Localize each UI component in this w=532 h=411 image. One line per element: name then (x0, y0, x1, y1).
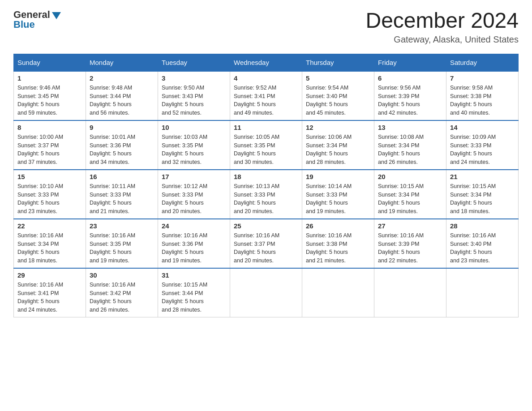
daylight-minutes-text: and 18 minutes. (17, 257, 57, 264)
day-number: 5 (306, 74, 370, 82)
day-number: 2 (90, 74, 154, 82)
day-number: 1 (17, 74, 82, 82)
sunset-text: Sunset: 3:35 PM (162, 142, 203, 149)
calendar-day-cell (446, 268, 519, 317)
sunrise-text: Sunrise: 10:09 AM (450, 134, 496, 140)
sunset-text: Sunset: 3:41 PM (17, 290, 59, 296)
sunrise-text: Sunrise: 10:06 AM (306, 134, 352, 140)
day-number: 28 (450, 222, 515, 230)
daylight-text: Daylight: 5 hours (17, 298, 60, 304)
sunrise-text: Sunrise: 10:16 AM (17, 232, 63, 239)
daylight-text: Daylight: 5 hours (90, 298, 132, 304)
day-info: Sunrise: 10:16 AM Sunset: 3:42 PM Daylig… (90, 281, 154, 314)
day-info: Sunrise: 9:58 AM Sunset: 3:38 PM Dayligh… (450, 84, 515, 117)
daylight-minutes-text: and 19 minutes. (90, 257, 129, 264)
day-number: 29 (17, 271, 82, 279)
sunrise-text: Sunrise: 10:11 AM (90, 183, 135, 189)
daylight-minutes-text: and 24 minutes. (17, 307, 57, 313)
daylight-minutes-text: and 26 minutes. (90, 307, 129, 313)
calendar-day-cell: 9 Sunrise: 10:01 AM Sunset: 3:36 PM Dayl… (86, 120, 158, 170)
day-number: 24 (162, 222, 226, 230)
day-number: 6 (378, 74, 442, 82)
calendar-day-cell: 27 Sunrise: 10:16 AM Sunset: 3:39 PM Day… (374, 219, 446, 268)
day-number: 19 (306, 173, 370, 180)
sunrise-text: Sunrise: 10:08 AM (378, 134, 424, 140)
sunrise-text: Sunrise: 10:16 AM (234, 232, 279, 239)
day-info: Sunrise: 10:16 AM Sunset: 3:38 PM Daylig… (306, 231, 370, 265)
calendar-day-cell: 18 Sunrise: 10:13 AM Sunset: 3:33 PM Day… (230, 170, 302, 219)
daylight-text: Daylight: 5 hours (234, 200, 276, 206)
sunrise-text: Sunrise: 9:50 AM (162, 85, 204, 91)
daylight-minutes-text: and 23 minutes. (450, 257, 490, 264)
daylight-minutes-text: and 37 minutes. (17, 159, 57, 165)
day-info: Sunrise: 10:08 AM Sunset: 3:34 PM Daylig… (378, 133, 442, 167)
day-info: Sunrise: 10:09 AM Sunset: 3:33 PM Daylig… (450, 133, 515, 167)
daylight-minutes-text: and 19 minutes. (306, 208, 346, 214)
sunset-text: Sunset: 3:33 PM (450, 142, 491, 149)
sunset-text: Sunset: 3:35 PM (90, 241, 131, 247)
calendar-day-cell: 6 Sunrise: 9:56 AM Sunset: 3:39 PM Dayli… (374, 71, 446, 120)
daylight-text: Daylight: 5 hours (450, 150, 492, 157)
daylight-text: Daylight: 5 hours (17, 101, 60, 107)
sunrise-text: Sunrise: 10:16 AM (162, 232, 207, 239)
calendar-day-cell: 3 Sunrise: 9:50 AM Sunset: 3:43 PM Dayli… (158, 71, 230, 120)
sunset-text: Sunset: 3:41 PM (234, 93, 275, 99)
sunset-text: Sunset: 3:33 PM (234, 192, 275, 198)
sunrise-text: Sunrise: 10:15 AM (162, 282, 207, 288)
day-info: Sunrise: 10:12 AM Sunset: 3:33 PM Daylig… (162, 182, 226, 216)
daylight-text: Daylight: 5 hours (162, 200, 204, 206)
sunrise-text: Sunrise: 9:54 AM (306, 85, 348, 91)
calendar-week-row: 1 Sunrise: 9:46 AM Sunset: 3:45 PM Dayli… (14, 71, 519, 120)
sunset-text: Sunset: 3:45 PM (17, 93, 59, 99)
calendar-day-cell: 8 Sunrise: 10:00 AM Sunset: 3:37 PM Dayl… (14, 120, 86, 170)
daylight-minutes-text: and 19 minutes. (378, 208, 418, 214)
sunrise-text: Sunrise: 10:16 AM (17, 282, 63, 288)
day-info: Sunrise: 9:50 AM Sunset: 3:43 PM Dayligh… (162, 84, 226, 117)
daylight-text: Daylight: 5 hours (162, 298, 204, 304)
sunset-text: Sunset: 3:40 PM (306, 93, 347, 99)
calendar-day-cell: 30 Sunrise: 10:16 AM Sunset: 3:42 PM Day… (86, 268, 158, 317)
sunset-text: Sunset: 3:37 PM (17, 142, 59, 149)
daylight-minutes-text: and 40 minutes. (450, 110, 490, 116)
day-number: 4 (234, 74, 298, 82)
daylight-minutes-text: and 56 minutes. (90, 110, 129, 116)
calendar-day-header: Thursday (302, 54, 374, 71)
calendar-day-cell: 29 Sunrise: 10:16 AM Sunset: 3:41 PM Day… (14, 268, 86, 317)
day-number: 8 (17, 124, 82, 131)
sunrise-text: Sunrise: 10:00 AM (17, 134, 63, 140)
sunset-text: Sunset: 3:34 PM (378, 142, 419, 149)
daylight-minutes-text: and 19 minutes. (162, 257, 202, 264)
sunrise-text: Sunrise: 9:58 AM (450, 85, 493, 91)
day-number: 26 (306, 222, 370, 230)
daylight-text: Daylight: 5 hours (17, 249, 60, 255)
calendar-day-cell: 23 Sunrise: 10:16 AM Sunset: 3:35 PM Day… (86, 219, 158, 268)
daylight-minutes-text: and 28 minutes. (162, 307, 202, 313)
daylight-text: Daylight: 5 hours (378, 150, 420, 157)
daylight-text: Daylight: 5 hours (90, 150, 132, 157)
day-info: Sunrise: 9:56 AM Sunset: 3:39 PM Dayligh… (378, 84, 442, 117)
sunset-text: Sunset: 3:34 PM (450, 192, 491, 198)
day-info: Sunrise: 10:16 AM Sunset: 3:37 PM Daylig… (234, 231, 298, 265)
day-info: Sunrise: 10:16 AM Sunset: 3:41 PM Daylig… (17, 281, 82, 314)
sunrise-text: Sunrise: 10:16 AM (378, 232, 424, 239)
sunrise-text: Sunrise: 10:14 AM (306, 183, 352, 189)
sunrise-text: Sunrise: 9:48 AM (90, 85, 132, 91)
daylight-minutes-text: and 21 minutes. (306, 257, 346, 264)
calendar-day-cell: 12 Sunrise: 10:06 AM Sunset: 3:34 PM Day… (302, 120, 374, 170)
daylight-text: Daylight: 5 hours (306, 200, 348, 206)
calendar-table: SundayMondayTuesdayWednesdayThursdayFrid… (13, 54, 519, 317)
day-info: Sunrise: 9:48 AM Sunset: 3:44 PM Dayligh… (90, 84, 154, 117)
daylight-text: Daylight: 5 hours (90, 200, 132, 206)
daylight-minutes-text: and 28 minutes. (306, 159, 346, 165)
daylight-text: Daylight: 5 hours (90, 249, 132, 255)
day-info: Sunrise: 9:52 AM Sunset: 3:41 PM Dayligh… (234, 84, 298, 117)
sunset-text: Sunset: 3:39 PM (378, 93, 419, 99)
day-number: 9 (90, 124, 154, 131)
calendar-day-cell: 26 Sunrise: 10:16 AM Sunset: 3:38 PM Day… (302, 219, 374, 268)
calendar-day-cell: 31 Sunrise: 10:15 AM Sunset: 3:44 PM Day… (158, 268, 230, 317)
daylight-minutes-text: and 20 minutes. (234, 257, 274, 264)
daylight-text: Daylight: 5 hours (450, 200, 492, 206)
sunrise-text: Sunrise: 10:10 AM (17, 183, 63, 189)
daylight-text: Daylight: 5 hours (17, 150, 60, 157)
calendar-day-cell: 21 Sunrise: 10:15 AM Sunset: 3:34 PM Day… (446, 170, 519, 219)
